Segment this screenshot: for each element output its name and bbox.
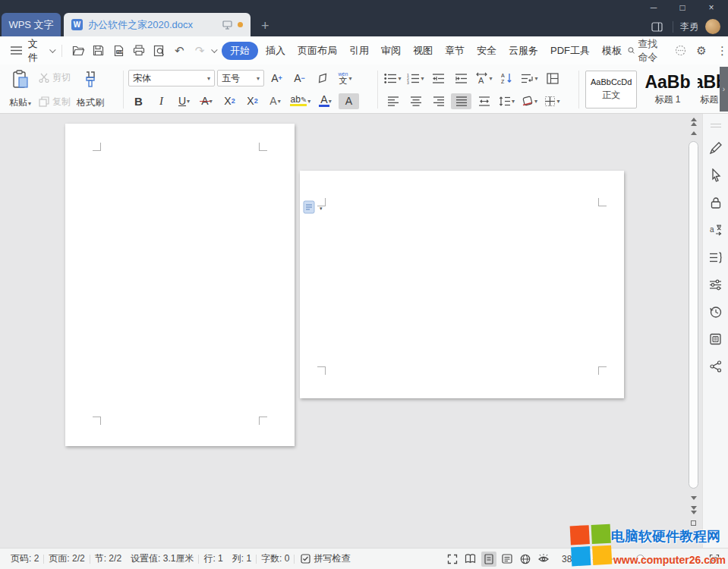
document-tab[interactable]: W 办公软件之家2020.docx <box>64 13 251 36</box>
cursor-pointer-icon[interactable] <box>707 166 725 184</box>
shading-button[interactable]: ▾ <box>519 93 540 109</box>
export-pdf-icon[interactable]: PDF <box>110 42 128 60</box>
text-tool-button[interactable] <box>542 71 563 86</box>
settings-gear-icon[interactable]: ⚙ <box>695 42 708 60</box>
previous-page-button[interactable] <box>688 115 699 127</box>
pinyin-guide-button[interactable]: wén 文 ▾ <box>335 71 355 86</box>
font-size-combo[interactable]: 五号 ▾ <box>217 70 264 86</box>
find-command[interactable]: 查找命令 <box>628 37 667 64</box>
copy-button[interactable]: 复制 <box>39 95 71 108</box>
scrollbar-thumb[interactable] <box>689 141 698 489</box>
numbering-dropdown-icon[interactable]: ▾ <box>421 75 424 82</box>
navigation-pane-icon[interactable] <box>707 248 725 266</box>
present-monitor-icon[interactable] <box>222 20 232 30</box>
subscript-button[interactable]: X2 <box>242 93 263 109</box>
bold-button[interactable]: B <box>128 93 149 109</box>
format-painter-button[interactable]: 格式刷 <box>75 69 106 110</box>
bullets-dropdown-icon[interactable]: ▾ <box>398 75 401 82</box>
paragraph-marks-button[interactable]: ▾ <box>519 71 540 86</box>
align-center-button[interactable] <box>405 93 426 109</box>
superscript-button[interactable]: X2 <box>219 93 240 109</box>
highlight-button[interactable]: ab✎▾ <box>288 93 314 109</box>
fullscreen-view-icon[interactable] <box>445 552 460 567</box>
select-browse-object-button[interactable] <box>691 520 696 526</box>
tab-references[interactable]: 引用 <box>343 42 375 60</box>
sidebar-toggle-icon[interactable] <box>648 17 666 36</box>
close-button[interactable]: × <box>701 0 722 15</box>
embedded-object-icon[interactable] <box>303 200 315 216</box>
spell-check-button[interactable]: 拼写检查 <box>295 552 356 565</box>
zoom-dropdown-icon[interactable]: ▾ <box>582 555 585 562</box>
char-shading-button[interactable]: A <box>339 93 359 109</box>
status-word-count[interactable]: 字数: 0 <box>257 552 294 565</box>
paste-button[interactable]: 粘贴▾ <box>6 69 34 110</box>
align-left-button[interactable] <box>383 93 403 109</box>
page-layout-view-icon[interactable] <box>481 552 496 567</box>
tab-cloud[interactable]: 云服务 <box>503 42 544 60</box>
save-icon[interactable] <box>90 42 107 60</box>
avatar[interactable] <box>705 19 720 34</box>
text-effects-button[interactable]: A▾ <box>265 93 285 109</box>
toolbar-more-chevron-icon[interactable] <box>211 46 217 52</box>
fit-page-icon[interactable] <box>707 552 722 567</box>
page-1[interactable] <box>65 124 295 446</box>
status-section[interactable]: 节: 2/2 <box>90 552 126 565</box>
font-family-combo[interactable]: 宋体 ▾ <box>128 70 215 86</box>
clear-format-button[interactable] <box>312 71 332 86</box>
eye-protect-icon[interactable] <box>536 552 551 567</box>
scroll-up-button[interactable] <box>688 127 699 138</box>
tab-review[interactable]: 审阅 <box>375 42 407 60</box>
font-color-button[interactable]: A▾ <box>316 93 336 109</box>
user-name[interactable]: 李勇 <box>680 20 698 33</box>
zoom-value[interactable]: 38% ▾ <box>562 554 585 564</box>
zoom-out-button[interactable]: − <box>590 553 600 565</box>
tab-page-layout[interactable]: 页面布局 <box>292 42 343 60</box>
paste-dropdown-icon[interactable]: ▾ <box>28 100 31 107</box>
decrease-indent-button[interactable] <box>428 71 449 86</box>
status-setting-value[interactable]: 设置值: 3.1厘米 <box>126 552 198 565</box>
borders-button[interactable]: ▾ <box>542 93 563 109</box>
bullets-button[interactable]: ▾ <box>383 71 403 86</box>
shading-dropdown-icon[interactable]: ▾ <box>534 98 537 105</box>
redo-icon[interactable]: ↷ <box>191 42 209 60</box>
sort-button[interactable]: AZ <box>496 71 517 86</box>
zoom-in-button[interactable]: + <box>692 553 702 565</box>
new-tab-button[interactable]: + <box>261 19 269 33</box>
numbering-button[interactable]: 123 ▾ <box>405 71 426 86</box>
file-menu[interactable]: 文件 <box>28 37 47 64</box>
document-canvas[interactable]: ▾ <box>0 114 702 548</box>
text-effects-dropdown-icon[interactable]: ▾ <box>278 98 281 105</box>
styles-more-button[interactable]: › <box>720 67 728 112</box>
maximize-button[interactable]: □ <box>672 0 693 15</box>
web-layout-globe-icon[interactable] <box>518 552 533 567</box>
char-scale-button[interactable]: A ▾ <box>474 71 494 86</box>
tab-security[interactable]: 安全 <box>471 42 503 60</box>
zoom-slider[interactable] <box>605 555 687 564</box>
increase-indent-button[interactable] <box>451 71 471 86</box>
tab-section[interactable]: 章节 <box>439 42 471 60</box>
line-spacing-button[interactable]: ▾ <box>496 93 517 109</box>
shrink-font-button[interactable]: A− <box>289 71 310 86</box>
tab-home[interactable]: 开始 <box>222 42 258 60</box>
tab-pdf-tools[interactable]: PDF工具 <box>544 42 596 60</box>
translate-icon[interactable]: a <box>707 221 725 239</box>
history-clock-icon[interactable] <box>707 303 725 321</box>
embedded-object-dropdown-icon[interactable]: ▾ <box>320 206 323 212</box>
outline-view-icon[interactable] <box>500 552 515 567</box>
underline-dropdown-icon[interactable]: ▾ <box>187 98 190 105</box>
adjust-sliders-icon[interactable] <box>707 275 725 294</box>
more-kebab-icon[interactable]: ⋮ <box>716 42 728 60</box>
underline-button[interactable]: U▾ <box>174 93 194 109</box>
undo-icon[interactable]: ↶ <box>171 42 188 60</box>
distribute-button[interactable] <box>474 93 494 109</box>
font-size-dropdown-icon[interactable]: ▾ <box>257 75 260 82</box>
italic-button[interactable]: I <box>151 93 172 109</box>
align-right-button[interactable] <box>428 93 449 109</box>
tab-view[interactable]: 视图 <box>407 42 439 60</box>
annotate-pen-icon[interactable] <box>707 139 725 157</box>
status-page-number[interactable]: 页码: 2 <box>6 552 43 565</box>
style-normal[interactable]: AaBbCcDd 正文 <box>585 71 637 108</box>
print-icon[interactable] <box>131 42 148 60</box>
vertical-scrollbar[interactable] <box>688 115 699 530</box>
font-family-dropdown-icon[interactable]: ▾ <box>207 75 210 82</box>
